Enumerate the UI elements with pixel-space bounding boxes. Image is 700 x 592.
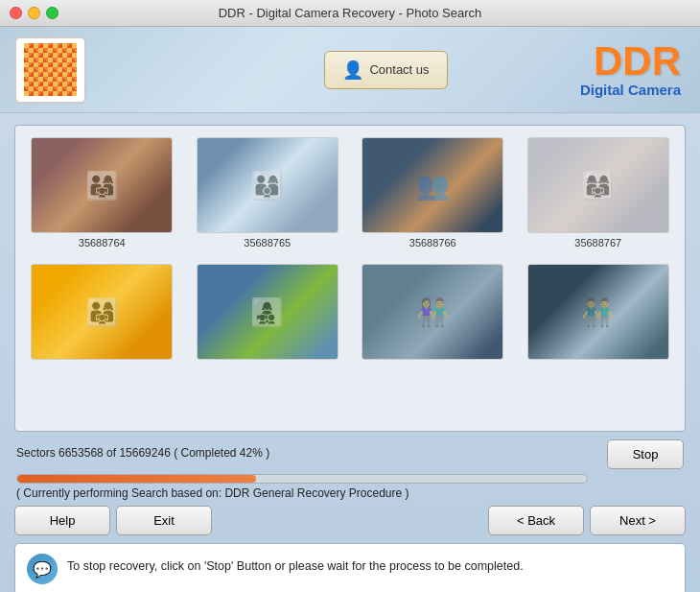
- back-button[interactable]: < Back: [488, 506, 584, 535]
- list-item[interactable]: 👨‍👩‍👧: [27, 264, 177, 364]
- photo-thumbnail[interactable]: 👨‍👩‍👧: [31, 264, 173, 360]
- contact-icon: 👤: [342, 59, 363, 81]
- status-text: ( Currently performing Search based on: …: [16, 486, 684, 500]
- contact-label: Contact us: [369, 62, 429, 77]
- contact-button[interactable]: 👤 Contact us: [324, 51, 447, 89]
- close-button[interactable]: [10, 7, 22, 19]
- exit-button[interactable]: Exit: [116, 506, 212, 535]
- progress-bar: [16, 474, 588, 484]
- help-button[interactable]: Help: [14, 506, 110, 535]
- titlebar: DDR - Digital Camera Recovery - Photo Se…: [0, 0, 700, 27]
- app-logo: [14, 36, 86, 104]
- photo-thumbnail[interactable]: 👬: [527, 264, 669, 360]
- list-item[interactable]: 👩‍👩‍👧 35688767: [524, 137, 674, 249]
- main-content: 👨‍👩‍👧 35688764 👨‍👩‍👦 35688765 👥 35688766…: [0, 113, 700, 592]
- photo-thumbnail[interactable]: 👩‍👧‍👦: [197, 264, 338, 360]
- photo-label: 35688766: [409, 237, 456, 249]
- list-item[interactable]: 👨‍👩‍👧 35688764: [27, 137, 177, 249]
- info-box: 💬 To stop recovery, click on 'Stop' Butt…: [14, 543, 686, 592]
- photo-thumbnail[interactable]: 👩‍👩‍👧: [527, 137, 669, 233]
- bottom-nav: Help Exit < Back Next >: [14, 506, 686, 535]
- progress-row: Sectors 6653568 of 15669246 ( Completed …: [16, 439, 684, 469]
- list-item[interactable]: 👬: [524, 264, 674, 364]
- progress-fill: [17, 475, 256, 483]
- list-item[interactable]: 👨‍👩‍👦 35688765: [193, 137, 343, 249]
- progress-bar-row: [16, 474, 684, 484]
- photo-panel[interactable]: 👨‍👩‍👧 35688764 👨‍👩‍👦 35688765 👥 35688766…: [14, 125, 686, 432]
- stop-button[interactable]: Stop: [607, 439, 684, 469]
- photo-image: 👥: [362, 138, 502, 232]
- photo-label: 35688767: [574, 237, 621, 249]
- photo-image: 👬: [528, 265, 668, 359]
- photo-thumbnail[interactable]: 👨‍👩‍👦: [197, 137, 338, 233]
- info-icon: 💬: [27, 554, 58, 584]
- photo-image: 👩‍👧‍👦: [198, 265, 338, 359]
- next-button[interactable]: Next >: [590, 506, 686, 535]
- photo-image: 👨‍👩‍👧: [32, 265, 172, 359]
- photo-label: 35688764: [79, 237, 126, 249]
- list-item[interactable]: 👥 35688766: [358, 137, 508, 249]
- photo-image: 👫: [362, 265, 502, 359]
- photo-image: 👩‍👩‍👧: [528, 138, 668, 232]
- progress-text: Sectors 6653568 of 15669246 ( Completed …: [16, 446, 269, 460]
- photo-thumbnail[interactable]: 👫: [362, 264, 503, 360]
- brand-name: DDR: [580, 41, 681, 82]
- progress-area: Sectors 6653568 of 15669246 ( Completed …: [14, 439, 686, 500]
- window-controls: [10, 7, 58, 19]
- header: 👤 Contact us DDR Digital Camera: [0, 27, 700, 113]
- photo-thumbnail[interactable]: 👨‍👩‍👧: [31, 137, 173, 233]
- photo-grid: 👨‍👩‍👧 35688764 👨‍👩‍👦 35688765 👥 35688766…: [27, 137, 673, 364]
- list-item[interactable]: 👩‍👧‍👦: [193, 264, 343, 364]
- logo-icon: [24, 43, 77, 96]
- photo-thumbnail[interactable]: 👥: [362, 137, 503, 233]
- maximize-button[interactable]: [46, 7, 58, 19]
- photo-image: 👨‍👩‍👦: [198, 138, 338, 232]
- photo-image: 👨‍👩‍👧: [32, 138, 172, 232]
- brand-subtitle: Digital Camera: [580, 82, 681, 98]
- info-message: To stop recovery, click on 'Stop' Button…: [67, 554, 524, 576]
- list-item[interactable]: 👫: [358, 264, 508, 364]
- brand-area: DDR Digital Camera: [580, 41, 681, 98]
- photo-label: 35688765: [244, 237, 291, 249]
- window-title: DDR - Digital Camera Recovery - Photo Se…: [219, 6, 482, 20]
- minimize-button[interactable]: [28, 7, 40, 19]
